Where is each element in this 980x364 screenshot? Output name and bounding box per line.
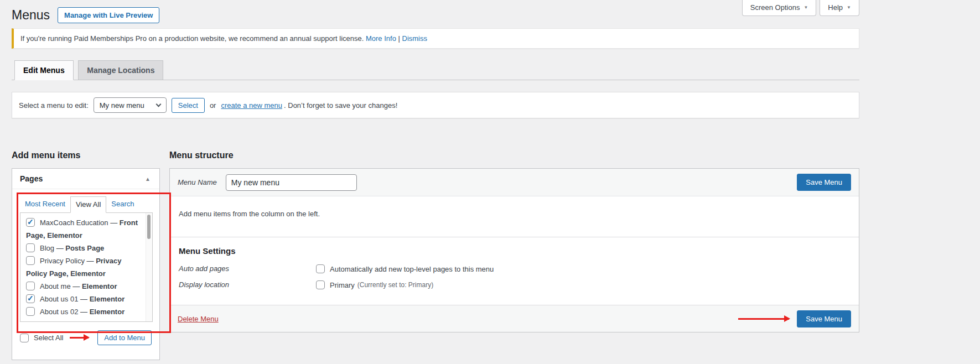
settings-divider — [170, 237, 859, 237]
page-item-label-bold: Elementor — [90, 295, 125, 303]
add-menu-items-column: Add menu items Pages ▲ Most Recent View … — [12, 150, 160, 360]
chevron-down-icon: ▼ — [847, 5, 851, 10]
pages-filter-tabs: Most Recent View All Search — [20, 196, 153, 212]
annotation-arrow-save-menu — [738, 318, 789, 320]
help-label: Help — [828, 3, 843, 12]
menu-panel-body: Add menu items from the column on the le… — [170, 196, 859, 305]
display-location-checkbox[interactable] — [316, 280, 325, 289]
add-menu-items-heading: Add menu items — [12, 150, 160, 160]
or-text: or — [210, 101, 216, 110]
nav-tab-bar: Edit Menus Manage Locations — [12, 60, 859, 80]
footer-save-area: Save Menu — [738, 310, 851, 327]
page-item-label: Blog — — [40, 244, 65, 252]
admin-notice: If you're running Paid Memberships Pro o… — [12, 28, 859, 49]
select-menu-label: Select a menu to edit: — [19, 101, 89, 110]
select-all-checkbox[interactable] — [20, 334, 29, 342]
page-checkbox[interactable] — [26, 243, 35, 252]
menu-structure-heading: Menu structure — [169, 150, 859, 160]
manage-live-preview-button[interactable]: Manage with Live Preview — [58, 7, 159, 23]
display-location-option[interactable]: Primary (Currently set to: Primary) — [316, 280, 433, 289]
more-info-link[interactable]: More Info — [366, 34, 396, 43]
select-all-row: Select All Add to Menu — [12, 322, 159, 345]
page-item-label-bold: Elementor — [82, 282, 117, 290]
tab-manage-locations[interactable]: Manage Locations — [78, 60, 163, 80]
menu-panel-footer: Delete Menu Save Menu — [170, 305, 859, 332]
chevron-down-icon: ▼ — [803, 5, 808, 10]
auto-add-pages-label: Auto add pages — [179, 264, 316, 273]
screen-options-button[interactable]: Screen Options ▼ — [742, 0, 817, 16]
tab-most-recent[interactable]: Most Recent — [20, 196, 70, 212]
auto-add-pages-checkbox[interactable] — [316, 264, 325, 273]
notice-text: If you're running Paid Memberships Pro o… — [20, 34, 364, 43]
menu-name-label: Menu Name — [178, 178, 217, 186]
menu-edit-panel: Menu Name Save Menu Add menu items from … — [169, 168, 859, 332]
page-item[interactable]: Blog — Posts Page — [26, 242, 138, 254]
page-item-label: Privacy Policy — — [40, 257, 96, 265]
menu-select-dropdown[interactable]: My new menu — [94, 97, 167, 113]
auto-add-pages-row: Auto add pages Automatically add new top… — [179, 264, 850, 273]
pages-postbox: Pages ▲ Most Recent View All Search MaxC… — [12, 168, 160, 360]
create-new-menu-link[interactable]: create a new menu — [221, 101, 282, 110]
page-item-label-bold: Posts Page — [65, 244, 104, 252]
page-checkbox[interactable] — [26, 307, 35, 316]
help-button[interactable]: Help ▼ — [820, 0, 859, 16]
scrollbar-thumb[interactable] — [147, 215, 151, 239]
page-item-label: About us 02 — — [40, 308, 90, 316]
display-location-note: (Currently set to: Primary) — [357, 281, 433, 289]
menu-select-value: My new menu — [100, 101, 144, 110]
menu-structure-column: Menu structure Menu Name Save Menu Add m… — [169, 150, 859, 332]
tab-view-all[interactable]: View All — [70, 196, 106, 213]
page-checkbox[interactable] — [26, 294, 35, 303]
annotation-arrow-add-to-menu — [70, 337, 89, 339]
pages-title: Pages — [20, 174, 43, 183]
page-item[interactable]: About us 01 — Elementor — [26, 293, 138, 305]
save-menu-button-top[interactable]: Save Menu — [797, 174, 851, 191]
display-location-row: Display location Primary (Currently set … — [179, 280, 850, 289]
page-item-label: About me — — [40, 282, 82, 290]
page-item[interactable]: MaxCoach Education — Front Page, Element… — [26, 216, 138, 242]
screen-options-label: Screen Options — [750, 3, 800, 12]
page-checkbox[interactable] — [26, 218, 35, 227]
scrollbar-track — [146, 213, 152, 321]
top-toolbar: Screen Options ▼ Help ▼ — [742, 0, 859, 16]
page-header: Menus Manage with Live Preview — [12, 0, 859, 23]
page-checkbox[interactable] — [26, 282, 35, 290]
dismiss-link[interactable]: Dismiss — [402, 34, 428, 43]
menus-admin-screen: Screen Options ▼ Help ▼ Menus Manage wit… — [0, 0, 980, 364]
empty-menu-text: Add menu items from the column on the le… — [179, 210, 850, 218]
auto-add-pages-option-label: Automatically add new top-level pages to… — [330, 265, 494, 273]
pages-postbox-header[interactable]: Pages ▲ — [12, 169, 159, 189]
add-to-menu-button[interactable]: Add to Menu — [97, 330, 152, 345]
page-item[interactable]: About me — Elementor — [26, 280, 138, 293]
delete-menu-link[interactable]: Delete Menu — [178, 315, 219, 323]
select-all-label: Select All — [34, 334, 63, 342]
collapse-arrow-icon[interactable]: ▲ — [144, 176, 152, 182]
pages-checklist: MaxCoach Education — Front Page, Element… — [20, 212, 153, 322]
page-item-label: About us 01 — — [40, 295, 90, 303]
page-title: Menus — [12, 8, 50, 23]
display-location-label: Display location — [179, 280, 316, 289]
page-item-label: MaxCoach Education — — [40, 219, 120, 227]
page-item[interactable]: About us 02 — Elementor — [26, 305, 138, 318]
menu-settings-heading: Menu Settings — [179, 246, 850, 256]
auto-add-pages-option[interactable]: Automatically add new top-level pages to… — [316, 264, 494, 273]
page-item-label-bold: Elementor — [90, 308, 125, 316]
notice-separator: | — [398, 34, 400, 43]
select-menu-bar: Select a menu to edit: My new menu Selec… — [12, 92, 859, 118]
save-changes-hint: . Don’t forget to save your changes! — [284, 101, 397, 110]
tab-search[interactable]: Search — [106, 196, 139, 212]
page-item[interactable]: Privacy Policy — Privacy Policy Page, El… — [26, 254, 138, 280]
display-location-option-label: Primary — [330, 281, 355, 289]
menu-name-input[interactable] — [226, 174, 357, 191]
menu-panel-header: Menu Name Save Menu — [170, 169, 859, 196]
chevron-down-icon — [155, 101, 161, 107]
page-checkbox[interactable] — [26, 256, 35, 265]
tab-edit-menus[interactable]: Edit Menus — [14, 60, 74, 80]
pages-body: Most Recent View All Search MaxCoach Edu… — [12, 189, 159, 322]
select-button[interactable]: Select — [172, 98, 205, 113]
save-menu-button-bottom[interactable]: Save Menu — [797, 310, 851, 327]
